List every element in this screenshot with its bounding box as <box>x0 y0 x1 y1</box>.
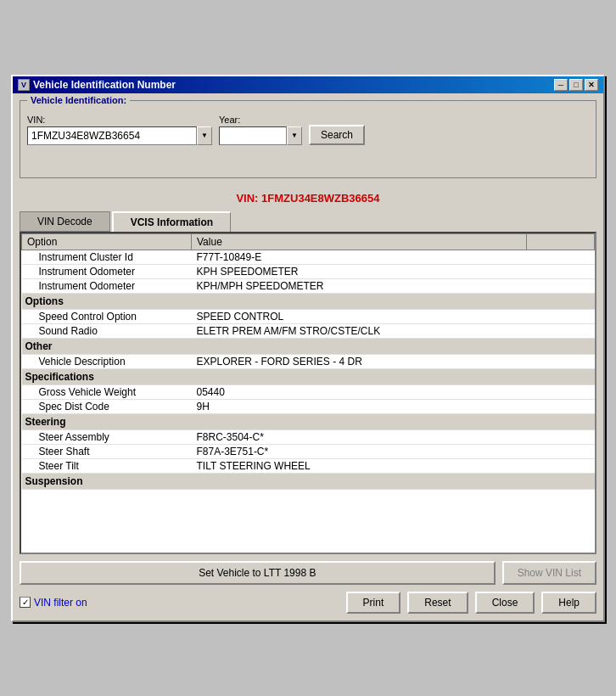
window-icon: V <box>18 79 30 91</box>
title-controls: ─ □ ✕ <box>554 79 598 91</box>
vin-dropdown-button[interactable]: ▼ <box>197 126 212 145</box>
footer-buttons: Print Reset Close Help <box>346 592 596 614</box>
table-row: Instrument Cluster Id F77T-10849-E <box>22 250 595 264</box>
vin-form-row: VIN: ▼ Year: ▼ Search <box>27 115 589 145</box>
value-cell: F8RC-3504-C* <box>192 429 527 444</box>
table-row: Vehicle Description EXPLORER - FORD SERI… <box>22 354 595 368</box>
extra-cell <box>527 309 595 323</box>
option-cell: Sound Radio <box>22 323 192 338</box>
extra-cell <box>527 323 595 338</box>
year-label: Year: <box>219 115 302 125</box>
value-cell: F87A-3E751-C* <box>192 444 527 458</box>
section-label: Suspension <box>22 473 595 489</box>
col-extra <box>527 233 595 250</box>
show-vin-list-button[interactable]: Show VIN List <box>502 561 596 585</box>
option-cell: Instrument Odometer <box>22 278 192 293</box>
title-bar: V Vehicle Identification Number ─ □ ✕ <box>13 76 603 93</box>
vin-filter-checkbox[interactable] <box>20 597 31 608</box>
vin-filter-label: VIN filter on <box>34 597 87 609</box>
table-header: Option Value <box>22 233 595 250</box>
vin-form-group: VIN: ▼ <box>27 115 212 145</box>
vcis-table-container[interactable]: Option Value Instrument Cluster Id F77T-… <box>20 232 596 554</box>
section-header-steering: Steering <box>22 413 595 429</box>
extra-cell <box>527 429 595 444</box>
table-row: Gross Vehicle Weight 05440 <box>22 384 595 399</box>
section-label: Specifications <box>22 368 595 384</box>
table-body: Instrument Cluster Id F77T-10849-E Instr… <box>22 250 595 489</box>
help-button[interactable]: Help <box>541 592 596 614</box>
vin-display-value: 1FMZU34E8WZB36654 <box>261 192 379 205</box>
value-cell: SPEED CONTROL <box>192 309 527 323</box>
value-cell: EXPLORER - FORD SERIES - 4 DR <box>192 354 527 368</box>
group-label: Vehicle Identification: <box>27 95 130 105</box>
tabs-container: VIN Decode VCIS Information <box>20 211 596 232</box>
print-button[interactable]: Print <box>346 592 401 614</box>
vin-filter-row: VIN filter on <box>20 597 87 609</box>
option-cell: Spec Dist Code <box>22 399 192 413</box>
option-cell: Steer Shaft <box>22 444 192 458</box>
year-input[interactable] <box>219 126 287 145</box>
value-cell: 05440 <box>192 384 527 399</box>
table-row: Steer Tilt TILT STEERING WHEEL <box>22 458 595 473</box>
vin-label: VIN: <box>27 115 212 125</box>
tab-vcis-information[interactable]: VCIS Information <box>112 211 231 232</box>
option-cell: Steer Tilt <box>22 458 192 473</box>
value-cell: KPH SPEEDOMETER <box>192 264 527 278</box>
option-cell: Instrument Cluster Id <box>22 250 192 264</box>
close-footer-button[interactable]: Close <box>475 592 535 614</box>
extra-cell <box>527 458 595 473</box>
value-cell: F77T-10849-E <box>192 250 527 264</box>
table-row: Speed Control Option SPEED CONTROL <box>22 309 595 323</box>
vin-combobox: ▼ <box>27 126 212 145</box>
option-cell: Speed Control Option <box>22 309 192 323</box>
title-bar-left: V Vehicle Identification Number <box>18 79 176 91</box>
value-cell: KPH/MPH SPEEDOMETER <box>192 278 527 293</box>
window-body: Vehicle Identification: VIN: ▼ Year: ▼ <box>13 93 603 620</box>
extra-cell <box>527 384 595 399</box>
section-header-suspension: Suspension <box>22 473 595 489</box>
option-cell: Gross Vehicle Weight <box>22 384 192 399</box>
col-value: Value <box>192 233 527 250</box>
option-cell: Vehicle Description <box>22 354 192 368</box>
extra-cell <box>527 354 595 368</box>
close-button[interactable]: ✕ <box>585 79 598 91</box>
vin-input[interactable] <box>27 126 197 145</box>
section-label: Steering <box>22 413 595 429</box>
search-button[interactable]: Search <box>309 125 365 145</box>
value-cell: 9H <box>192 399 527 413</box>
reset-button[interactable]: Reset <box>407 592 468 614</box>
value-cell: TILT STEERING WHEEL <box>192 458 527 473</box>
year-combobox: ▼ <box>219 126 302 145</box>
vcis-table: Option Value Instrument Cluster Id F77T-… <box>21 233 595 490</box>
value-cell: ELETR PREM AM/FM STRO/CSTE/CLK <box>192 323 527 338</box>
table-row: Steer Assembly F8RC-3504-C* <box>22 429 595 444</box>
extra-cell <box>527 250 595 264</box>
section-header-specs: Specifications <box>22 368 595 384</box>
section-label: Options <box>22 293 595 309</box>
table-row: Instrument Odometer KPH/MPH SPEEDOMETER <box>22 278 595 293</box>
section-header-other: Other <box>22 338 595 354</box>
table-row: Steer Shaft F87A-3E751-C* <box>22 444 595 458</box>
vehicle-identification-group: Vehicle Identification: VIN: ▼ Year: ▼ <box>20 100 596 178</box>
section-label: Other <box>22 338 595 354</box>
vin-display-prefix: VIN: <box>236 192 261 205</box>
set-vehicle-button[interactable]: Set Vehicle to LTT 1998 B <box>20 561 496 585</box>
action-buttons-row: Set Vehicle to LTT 1998 B Show VIN List <box>20 561 596 585</box>
year-dropdown-button[interactable]: ▼ <box>287 126 302 145</box>
section-header-options: Options <box>22 293 595 309</box>
tab-vin-decode[interactable]: VIN Decode <box>20 211 110 232</box>
col-option: Option <box>22 233 192 250</box>
extra-cell <box>527 278 595 293</box>
window-title: Vehicle Identification Number <box>33 79 176 91</box>
maximize-button[interactable]: □ <box>569 79 583 91</box>
option-cell: Instrument Odometer <box>22 264 192 278</box>
extra-cell <box>527 264 595 278</box>
main-window: V Vehicle Identification Number ─ □ ✕ Ve… <box>11 75 605 622</box>
vin-display: VIN: 1FMZU34E8WZB36654 <box>20 185 596 211</box>
minimize-button[interactable]: ─ <box>554 79 568 91</box>
year-form-group: Year: ▼ <box>219 115 302 145</box>
extra-cell <box>527 444 595 458</box>
table-row: Spec Dist Code 9H <box>22 399 595 413</box>
extra-cell <box>527 399 595 413</box>
option-cell: Steer Assembly <box>22 429 192 444</box>
